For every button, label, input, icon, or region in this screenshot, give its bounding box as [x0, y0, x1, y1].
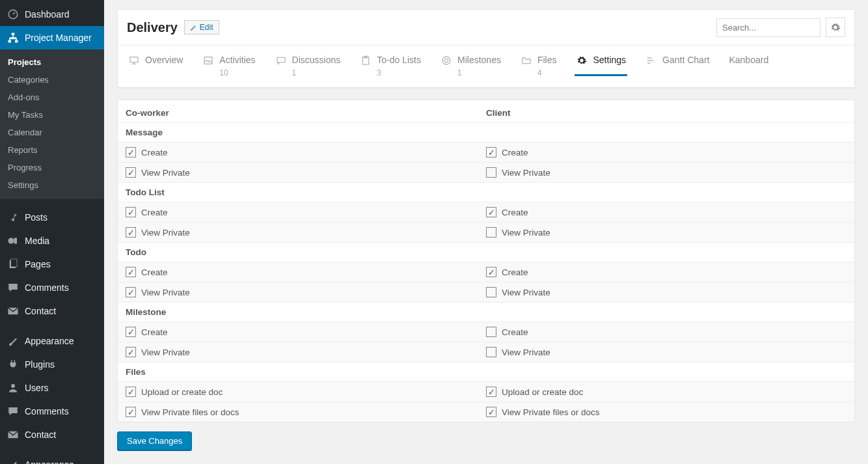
sidebar-item-posts[interactable]: Posts	[0, 206, 104, 229]
clipboard-icon	[360, 55, 372, 66]
tab-activities[interactable]: Activities10	[201, 46, 256, 87]
checkbox-client-todolist-create[interactable]	[486, 207, 496, 217]
comment-icon	[7, 281, 20, 294]
sidebar-item-plugins[interactable]: Plugins	[0, 353, 104, 376]
perm-label: Create	[141, 267, 168, 277]
panel-header: Delivery Edit	[118, 10, 854, 45]
checkbox-client-milestone-viewprivate[interactable]	[486, 347, 496, 357]
tab-gantt[interactable]: Gantt Chart	[644, 46, 711, 76]
sidebar-item-users[interactable]: Users	[0, 376, 104, 400]
checkbox-client-todo-viewprivate[interactable]	[486, 287, 496, 297]
mail-icon	[7, 428, 20, 441]
tab-settings[interactable]: Settings	[575, 46, 627, 76]
gear-icon	[576, 55, 588, 66]
tab-count: 3	[377, 68, 421, 77]
sidebar-sub-projects[interactable]: Projects	[0, 53, 104, 71]
project-panel: Delivery Edit Overview Activities10	[117, 9, 855, 88]
sidebar-item-comments-2[interactable]: Comments	[0, 400, 104, 423]
sidebar-item-pages[interactable]: Pages	[0, 252, 104, 276]
sidebar-item-label: Pages	[25, 259, 51, 269]
perm-label: Upload or create doc	[141, 387, 223, 397]
perm-label: View Private	[502, 228, 550, 238]
plug-icon	[7, 358, 20, 371]
sidebar-item-label: Contact	[25, 430, 56, 440]
settings-table: Co-worker Client Message Create Create V…	[117, 100, 855, 422]
perm-label: View Private files or docs	[502, 407, 600, 417]
tab-kanboard[interactable]: Kanboard	[727, 46, 770, 75]
svg-point-14	[442, 57, 450, 64]
tab-label: Files	[537, 55, 557, 66]
checkbox-coworker-message-create[interactable]	[126, 147, 136, 157]
checkbox-client-files-upload[interactable]	[486, 387, 496, 397]
checkbox-client-todo-create[interactable]	[486, 267, 496, 277]
settings-gear-button[interactable]	[826, 18, 845, 37]
sidebar-sub-progress[interactable]: Progress	[0, 159, 104, 176]
checkbox-coworker-todolist-create[interactable]	[126, 207, 136, 217]
sidebar-item-appearance[interactable]: Appearance	[0, 329, 104, 353]
perm-label: View Private files or docs	[141, 407, 239, 417]
sidebar-item-label: Appearance	[25, 336, 74, 346]
checkbox-coworker-message-viewprivate[interactable]	[126, 167, 136, 178]
svg-rect-6	[11, 259, 17, 267]
sidebar-item-project-manager[interactable]: Project Manager	[0, 26, 104, 49]
sidebar-item-appearance-2[interactable]: Appearance	[0, 453, 104, 464]
checkbox-client-files-viewprivate[interactable]	[486, 407, 496, 417]
checkbox-client-message-viewprivate[interactable]	[486, 167, 496, 178]
category-todolist: Todo List	[126, 187, 486, 197]
folder-icon	[521, 55, 532, 66]
search-input[interactable]	[716, 18, 821, 37]
tab-milestones[interactable]: Milestones1	[439, 46, 502, 87]
sidebar-item-comments[interactable]: Comments	[0, 276, 104, 299]
checkbox-coworker-milestone-viewprivate[interactable]	[126, 347, 136, 357]
sidebar-sub-reports[interactable]: Reports	[0, 141, 104, 159]
category-todo: Todo	[126, 247, 486, 257]
save-changes-button[interactable]: Save Changes	[117, 431, 192, 450]
checkbox-coworker-todo-viewprivate[interactable]	[126, 287, 136, 297]
tab-count: 1	[292, 68, 341, 77]
tab-discussions[interactable]: Discussions1	[274, 46, 342, 87]
pushpin-icon	[7, 211, 20, 224]
sitemap-icon	[7, 31, 20, 44]
svg-rect-1	[12, 33, 15, 36]
perm-label: View Private	[502, 348, 550, 357]
perm-label: View Private	[141, 288, 190, 297]
image-icon	[202, 55, 214, 66]
checkbox-client-message-create[interactable]	[486, 147, 496, 157]
sidebar-item-dashboard[interactable]: Dashboard	[0, 3, 104, 26]
sidebar-item-label: Users	[25, 383, 49, 393]
edit-button[interactable]: Edit	[184, 20, 219, 34]
comment-icon	[7, 405, 20, 418]
tab-label: Overview	[145, 55, 183, 66]
checkbox-coworker-files-viewprivate[interactable]	[126, 407, 136, 417]
checkbox-coworker-files-upload[interactable]	[126, 387, 136, 397]
tab-files[interactable]: Files4	[519, 46, 558, 87]
sidebar-sub-categories[interactable]: Categories	[0, 71, 104, 89]
perm-label: Create	[141, 208, 168, 217]
sidebar-item-contact-2[interactable]: Contact	[0, 423, 104, 446]
checkbox-coworker-todolist-viewprivate[interactable]	[126, 227, 136, 238]
column-header-coworker: Co-worker	[126, 108, 486, 118]
sidebar-item-contact[interactable]: Contact	[0, 299, 104, 323]
target-icon	[441, 55, 452, 66]
tab-label: Discussions	[292, 55, 341, 66]
admin-sidebar: Dashboard Project Manager Projects Categ…	[0, 0, 104, 464]
sidebar-sub-settings[interactable]: Settings	[0, 176, 104, 194]
perm-label: View Private	[502, 168, 550, 178]
sidebar-sub-calendar[interactable]: Calendar	[0, 124, 104, 141]
tab-overview[interactable]: Overview	[127, 46, 184, 76]
svg-rect-3	[15, 40, 18, 43]
sidebar-item-media[interactable]: Media	[0, 229, 104, 252]
sidebar-sub-addons[interactable]: Add-ons	[0, 89, 104, 106]
gantt-icon	[645, 55, 657, 66]
column-header-client: Client	[486, 108, 847, 118]
checkbox-client-todolist-viewprivate[interactable]	[486, 227, 496, 238]
sidebar-sub-mytasks[interactable]: My Tasks	[0, 106, 104, 124]
tab-todolists[interactable]: To-do Lists3	[359, 46, 422, 87]
page-title: Delivery	[127, 20, 178, 35]
checkbox-coworker-milestone-create[interactable]	[126, 327, 136, 337]
sidebar-item-label: Posts	[25, 212, 47, 223]
brush-icon	[7, 458, 20, 464]
sidebar-item-label: Dashboard	[25, 9, 70, 20]
checkbox-client-milestone-create[interactable]	[486, 327, 496, 337]
checkbox-coworker-todo-create[interactable]	[126, 267, 136, 277]
